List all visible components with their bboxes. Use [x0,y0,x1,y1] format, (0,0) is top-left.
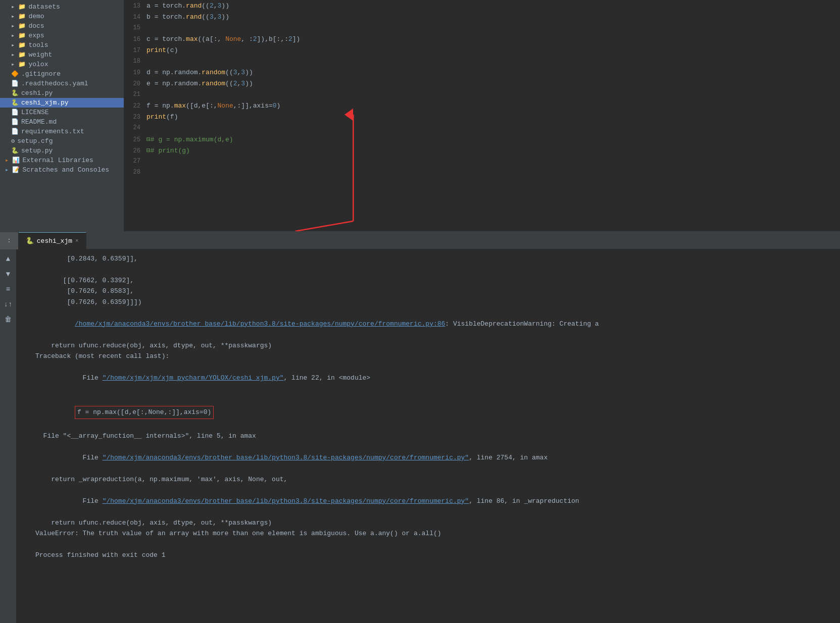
wrap-button[interactable]: ≡ [3,284,14,295]
console-line-15: return ufunc.reduce(obj, axis, dtype, ou… [35,517,840,528]
sidebar-item-readthedocs[interactable]: 📄 .readthedocs.yaml [0,79,124,88]
sidebar-item-demo[interactable]: ▸ 📁 demo [0,12,124,21]
console-line-11: File "<__array_function__ internals>", l… [35,431,840,441]
code-line-24: 24 [124,124,840,135]
sidebar-item-ceshi-xjm[interactable]: 🐍 ceshi_xjm.py [0,98,124,108]
sidebar-label-scratches: Scratches and Consoles [22,166,109,174]
editor-container: 13 a = torch.rand((2,3)) 14 b = torch.ra… [124,0,840,231]
sidebar-label-setup-py: setup.py [21,147,53,154]
line-number-17: 17 [124,47,146,54]
code-lines: 13 a = torch.rand((2,3)) 14 b = torch.ra… [124,0,840,231]
code-line-23: 23 print(f) [124,113,840,124]
console-line-14: File "/home/xjm/anaconda3/envs/brother_b… [35,485,840,517]
sidebar-item-gitignore[interactable]: 🔶 .gitignore [0,69,124,79]
code-editor[interactable]: 13 a = torch.rand((2,3)) 14 b = torch.ra… [124,0,840,231]
folder-icon: ▸ 📁 [11,32,26,39]
line-content-23: print(f) [146,113,840,121]
code-line-27: 27 [124,158,840,169]
sidebar-item-scratches[interactable]: ▸ 📝 Scratches and Consoles [0,165,124,175]
line-number-25: 25 [124,136,146,143]
code-line-14: 14 b = torch.rand((3,3)) [124,13,840,24]
code-line-22: 22 f = np.max([d,e[:,None,:]],axis=0) [124,102,840,113]
line-content-22: f = np.max([d,e[:,None,:]],axis=0) [146,102,840,110]
sidebar-label-license: LICENSE [21,109,49,116]
line-number-14: 14 [124,14,146,21]
highlighted-error-line: f = np.max([d,e[:,None,:]],axis=0) [75,406,214,419]
sidebar-label-docs: docs [28,22,44,30]
scroll-up-button[interactable]: ▲ [3,253,14,265]
sidebar-item-yolox[interactable]: ▸ 📁 yolox [0,60,124,69]
folder-icon: ▸ 📁 [11,51,26,59]
line-number-13: 13 [124,3,146,10]
sidebar-item-setup-cfg[interactable]: ⚙️ setup.cfg [0,136,124,146]
code-line-25: 25 ⊟# g = np.maximum(d,e) [124,135,840,146]
clear-button[interactable]: 🗑 [3,314,14,325]
tab-py-icon: 🐍 [26,237,34,245]
sidebar-item-docs[interactable]: ▸ 📁 docs [0,21,124,31]
line-number-22: 22 [124,102,146,110]
traceback-link-2[interactable]: "/home/xjm/anaconda3/envs/brother_base/l… [103,454,469,461]
console-inner: [0.2843, 0.6359]], [[0.7662, 0.3392], [0… [30,253,840,560]
console-line-12: File "/home/xjm/anaconda3/envs/brother_b… [35,441,840,474]
sidebar-label-exps: exps [28,32,44,39]
sidebar-label-setup-cfg: setup.cfg [17,137,53,145]
cfg-icon: ⚙️ [11,137,15,145]
line-content-25: ⊟# g = np.maximum(d,e) [146,135,840,143]
sidebar-label-yolox: yolox [28,61,48,68]
console-line-18: Process finished with exit code 1 [35,550,840,560]
tab-prefix-label: : [7,237,11,244]
code-line-21: 21 [124,91,840,102]
sidebar-item-setup-py[interactable]: 🐍 setup.py [0,146,124,155]
line-number-20: 20 [124,80,146,87]
sidebar-item-external-libraries[interactable]: ▸ 📊 External Libraries [0,155,124,165]
yaml-icon: 📄 [11,80,19,87]
sidebar: ▸ 📁 datasets ▸ 📁 demo ▸ 📁 docs ▸ 📁 exps … [0,0,124,231]
main-area: ▸ 📁 datasets ▸ 📁 demo ▸ 📁 docs ▸ 📁 exps … [0,0,840,232]
sidebar-item-requirements[interactable]: 📄 requirements.txt [0,127,124,136]
line-content-16: c = torch.max((a[:, None, :2]),b[:,:2]) [146,35,840,43]
line-content-20: e = np.random.random((2,3)) [146,80,840,87]
line-content-26: ⊟# print(g) [146,146,840,154]
sidebar-item-license[interactable]: 📄 LICENSE [0,108,124,117]
tab-close-button[interactable]: × [75,238,79,244]
sidebar-item-ceshi[interactable]: 🐍 ceshi.py [0,88,124,98]
pin-button[interactable]: ↓↑ [3,299,14,310]
console-text: [0.2843, 0.6359]], [[0.7662, 0.3392], [0… [35,253,840,560]
line-number-15: 15 [124,24,146,31]
warning-link-1[interactable]: /home/xjm/anaconda3/envs/brother_base/li… [75,320,445,328]
line-number-19: 19 [124,69,146,76]
sidebar-item-tools[interactable]: ▸ 📁 tools [0,40,124,50]
py-icon: 🐍 [11,89,19,97]
console-left-tools: ▲ ▼ ≡ ↓↑ 🗑 [0,249,16,623]
console-line-5: [0.7626, 0.6359]]]) [35,297,840,307]
sidebar-item-datasets[interactable]: ▸ 📁 datasets [0,2,124,12]
line-content-17: print(c) [146,46,840,54]
console-line-7: return ufunc.reduce(obj, axis, dtype, ou… [35,340,840,351]
sidebar-label-ceshi: ceshi.py [21,89,53,97]
folder-icon: ▸ 📁 [11,3,26,11]
scroll-down-button[interactable]: ▼ [3,269,14,280]
line-number-18: 18 [124,58,146,65]
sidebar-label-requirements: requirements.txt [21,128,84,135]
traceback-link-1[interactable]: "/home/xjm/xjm/xjm_pycharm/YOLOX/ceshi_x… [103,374,284,382]
folder-icon: ▸ 📁 [11,13,26,20]
console-icon: ▸ 📝 [5,166,20,174]
sidebar-item-exps[interactable]: ▸ 📁 exps [0,31,124,40]
code-line-16: 16 c = torch.max((a[:, None, :2]),b[:,:2… [124,35,840,46]
folder-icon: ▸ 📁 [11,22,26,30]
code-line-26: 26 ⊟# print(g) [124,146,840,158]
code-line-17: 17 print(c) [124,46,840,58]
console-line-1: [0.2843, 0.6359]], [35,253,840,264]
line-number-21: 21 [124,91,146,98]
line-number-26: 26 [124,147,146,154]
sidebar-label-weight: weight [28,51,52,59]
sidebar-item-weight[interactable]: ▸ 📁 weight [0,50,124,60]
line-number-16: 16 [124,36,146,43]
folder-icon: ▸ 📁 [11,41,26,49]
tab-ceshi-xjm[interactable]: 🐍 ceshi_xjm × [19,232,86,249]
line-number-28: 28 [124,169,146,176]
sidebar-item-readme[interactable]: 📄 README.md [0,117,124,127]
code-line-15: 15 [124,24,840,35]
readme-icon: 📄 [11,118,19,126]
traceback-link-3[interactable]: "/home/xjm/anaconda3/envs/brother_base/l… [103,497,469,505]
